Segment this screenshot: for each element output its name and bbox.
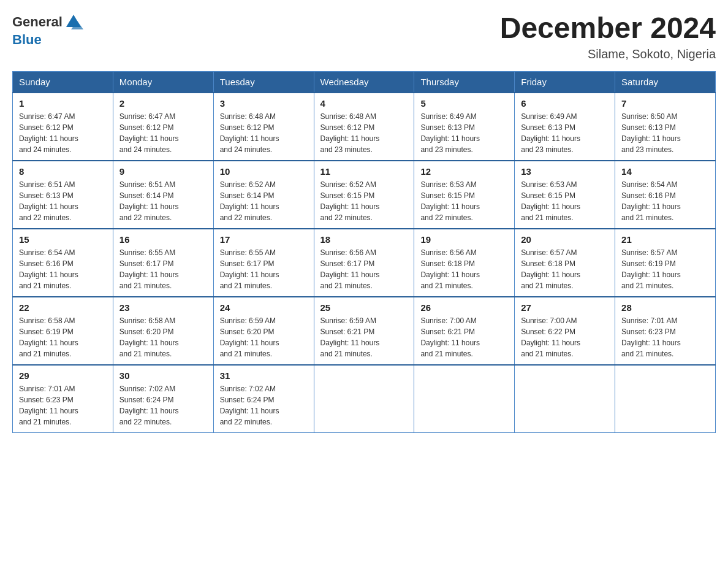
day-number: 20 xyxy=(521,234,609,245)
calendar-cell: 12 Sunrise: 6:53 AM Sunset: 6:15 PM Dayl… xyxy=(414,161,515,229)
day-detail: Sunrise: 6:58 AM Sunset: 6:19 PM Dayligh… xyxy=(19,315,107,359)
calendar-cell: 28 Sunrise: 7:01 AM Sunset: 6:23 PM Dayl… xyxy=(615,297,716,365)
calendar-header-row: SundayMondayTuesdayWednesdayThursdayFrid… xyxy=(13,71,716,93)
calendar-week-row: 8 Sunrise: 6:51 AM Sunset: 6:13 PM Dayli… xyxy=(13,161,716,229)
day-of-week-header: Friday xyxy=(515,71,615,93)
calendar-cell: 26 Sunrise: 7:00 AM Sunset: 6:21 PM Dayl… xyxy=(414,297,515,365)
day-number: 4 xyxy=(320,98,408,109)
calendar-cell: 8 Sunrise: 6:51 AM Sunset: 6:13 PM Dayli… xyxy=(13,161,113,229)
calendar-week-row: 1 Sunrise: 6:47 AM Sunset: 6:12 PM Dayli… xyxy=(13,93,716,161)
calendar-cell: 21 Sunrise: 6:57 AM Sunset: 6:19 PM Dayl… xyxy=(615,229,716,297)
day-number: 8 xyxy=(19,166,107,177)
calendar-cell: 29 Sunrise: 7:01 AM Sunset: 6:23 PM Dayl… xyxy=(13,365,113,433)
day-detail: Sunrise: 6:50 AM Sunset: 6:13 PM Dayligh… xyxy=(621,111,709,155)
day-detail: Sunrise: 7:00 AM Sunset: 6:21 PM Dayligh… xyxy=(420,315,508,359)
calendar-cell: 16 Sunrise: 6:55 AM Sunset: 6:17 PM Dayl… xyxy=(113,229,213,297)
logo: General Blue xyxy=(12,12,85,48)
calendar-week-row: 15 Sunrise: 6:54 AM Sunset: 6:16 PM Dayl… xyxy=(13,229,716,297)
day-of-week-header: Saturday xyxy=(615,71,716,93)
calendar-week-row: 22 Sunrise: 6:58 AM Sunset: 6:19 PM Dayl… xyxy=(13,297,716,365)
day-detail: Sunrise: 6:49 AM Sunset: 6:13 PM Dayligh… xyxy=(521,111,609,155)
day-detail: Sunrise: 6:55 AM Sunset: 6:17 PM Dayligh… xyxy=(119,247,207,291)
calendar-cell: 11 Sunrise: 6:52 AM Sunset: 6:15 PM Dayl… xyxy=(314,161,414,229)
day-number: 18 xyxy=(320,234,408,245)
day-number: 12 xyxy=(420,166,508,177)
day-number: 29 xyxy=(19,370,107,381)
day-number: 25 xyxy=(320,302,408,313)
day-detail: Sunrise: 6:55 AM Sunset: 6:17 PM Dayligh… xyxy=(220,247,308,291)
day-detail: Sunrise: 7:00 AM Sunset: 6:22 PM Dayligh… xyxy=(521,315,609,359)
calendar-cell: 25 Sunrise: 6:59 AM Sunset: 6:21 PM Dayl… xyxy=(314,297,414,365)
day-number: 10 xyxy=(220,166,308,177)
calendar-cell: 27 Sunrise: 7:00 AM Sunset: 6:22 PM Dayl… xyxy=(515,297,615,365)
location-text: Silame, Sokoto, Nigeria xyxy=(500,47,716,61)
day-detail: Sunrise: 7:01 AM Sunset: 6:23 PM Dayligh… xyxy=(19,383,107,427)
calendar-cell xyxy=(615,365,716,433)
day-number: 3 xyxy=(220,98,308,109)
day-detail: Sunrise: 6:57 AM Sunset: 6:19 PM Dayligh… xyxy=(621,247,709,291)
month-title: December 2024 xyxy=(500,12,716,45)
day-detail: Sunrise: 6:48 AM Sunset: 6:12 PM Dayligh… xyxy=(320,111,408,155)
day-number: 30 xyxy=(119,370,207,381)
logo-general-text: General xyxy=(12,14,63,30)
calendar-cell: 14 Sunrise: 6:54 AM Sunset: 6:16 PM Dayl… xyxy=(615,161,716,229)
calendar-cell: 9 Sunrise: 6:51 AM Sunset: 6:14 PM Dayli… xyxy=(113,161,213,229)
day-number: 24 xyxy=(220,302,308,313)
day-of-week-header: Sunday xyxy=(13,71,113,93)
title-section: December 2024 Silame, Sokoto, Nigeria xyxy=(500,12,716,61)
calendar-cell: 20 Sunrise: 6:57 AM Sunset: 6:18 PM Dayl… xyxy=(515,229,615,297)
day-detail: Sunrise: 7:02 AM Sunset: 6:24 PM Dayligh… xyxy=(220,383,308,427)
calendar-cell: 7 Sunrise: 6:50 AM Sunset: 6:13 PM Dayli… xyxy=(615,93,716,161)
calendar-cell: 30 Sunrise: 7:02 AM Sunset: 6:24 PM Dayl… xyxy=(113,365,213,433)
calendar-cell: 6 Sunrise: 6:49 AM Sunset: 6:13 PM Dayli… xyxy=(515,93,615,161)
day-number: 16 xyxy=(119,234,207,245)
calendar-cell xyxy=(515,365,615,433)
day-detail: Sunrise: 6:57 AM Sunset: 6:18 PM Dayligh… xyxy=(521,247,609,291)
day-number: 15 xyxy=(19,234,107,245)
day-number: 28 xyxy=(621,302,709,313)
day-detail: Sunrise: 6:48 AM Sunset: 6:12 PM Dayligh… xyxy=(220,111,308,155)
day-number: 7 xyxy=(621,98,709,109)
page-header: General Blue December 2024 Silame, Sokot… xyxy=(12,12,716,61)
day-detail: Sunrise: 6:52 AM Sunset: 6:15 PM Dayligh… xyxy=(320,179,408,223)
logo-blue-text: Blue xyxy=(12,32,42,47)
calendar-cell: 23 Sunrise: 6:58 AM Sunset: 6:20 PM Dayl… xyxy=(113,297,213,365)
day-number: 14 xyxy=(621,166,709,177)
calendar-cell: 13 Sunrise: 6:53 AM Sunset: 6:15 PM Dayl… xyxy=(515,161,615,229)
day-of-week-header: Thursday xyxy=(414,71,515,93)
day-number: 13 xyxy=(521,166,609,177)
calendar-cell xyxy=(414,365,515,433)
day-of-week-header: Wednesday xyxy=(314,71,414,93)
day-detail: Sunrise: 6:47 AM Sunset: 6:12 PM Dayligh… xyxy=(19,111,107,155)
logo-icon xyxy=(64,12,83,32)
day-detail: Sunrise: 6:56 AM Sunset: 6:18 PM Dayligh… xyxy=(420,247,508,291)
day-detail: Sunrise: 6:59 AM Sunset: 6:21 PM Dayligh… xyxy=(320,315,408,359)
calendar-cell: 31 Sunrise: 7:02 AM Sunset: 6:24 PM Dayl… xyxy=(213,365,314,433)
calendar-cell: 18 Sunrise: 6:56 AM Sunset: 6:17 PM Dayl… xyxy=(314,229,414,297)
day-of-week-header: Tuesday xyxy=(213,71,314,93)
day-number: 17 xyxy=(220,234,308,245)
calendar-cell: 3 Sunrise: 6:48 AM Sunset: 6:12 PM Dayli… xyxy=(213,93,314,161)
calendar-cell: 2 Sunrise: 6:47 AM Sunset: 6:12 PM Dayli… xyxy=(113,93,213,161)
day-detail: Sunrise: 7:02 AM Sunset: 6:24 PM Dayligh… xyxy=(119,383,207,427)
day-detail: Sunrise: 6:53 AM Sunset: 6:15 PM Dayligh… xyxy=(420,179,508,223)
day-number: 1 xyxy=(19,98,107,109)
day-number: 26 xyxy=(420,302,508,313)
day-detail: Sunrise: 6:56 AM Sunset: 6:17 PM Dayligh… xyxy=(320,247,408,291)
day-number: 6 xyxy=(521,98,609,109)
day-detail: Sunrise: 6:53 AM Sunset: 6:15 PM Dayligh… xyxy=(521,179,609,223)
day-detail: Sunrise: 6:59 AM Sunset: 6:20 PM Dayligh… xyxy=(220,315,308,359)
day-detail: Sunrise: 6:52 AM Sunset: 6:14 PM Dayligh… xyxy=(220,179,308,223)
day-detail: Sunrise: 6:54 AM Sunset: 6:16 PM Dayligh… xyxy=(19,247,107,291)
day-number: 5 xyxy=(420,98,508,109)
calendar-cell: 19 Sunrise: 6:56 AM Sunset: 6:18 PM Dayl… xyxy=(414,229,515,297)
day-detail: Sunrise: 7:01 AM Sunset: 6:23 PM Dayligh… xyxy=(621,315,709,359)
calendar-cell: 24 Sunrise: 6:59 AM Sunset: 6:20 PM Dayl… xyxy=(213,297,314,365)
calendar-week-row: 29 Sunrise: 7:01 AM Sunset: 6:23 PM Dayl… xyxy=(13,365,716,433)
day-number: 11 xyxy=(320,166,408,177)
calendar-table: SundayMondayTuesdayWednesdayThursdayFrid… xyxy=(12,71,716,433)
calendar-cell: 4 Sunrise: 6:48 AM Sunset: 6:12 PM Dayli… xyxy=(314,93,414,161)
day-number: 2 xyxy=(119,98,207,109)
day-number: 21 xyxy=(621,234,709,245)
day-detail: Sunrise: 6:49 AM Sunset: 6:13 PM Dayligh… xyxy=(420,111,508,155)
